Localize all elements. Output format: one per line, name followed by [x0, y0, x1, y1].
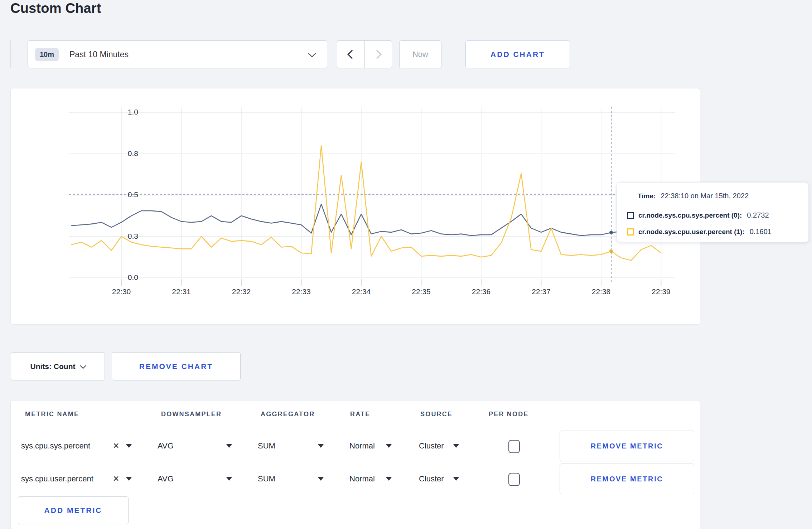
source-select[interactable]: Cluster	[419, 441, 444, 451]
chevron-down-icon	[80, 363, 86, 369]
x-axis-tick-label: 22:31	[156, 287, 207, 296]
metric-name-caret	[126, 477, 132, 481]
per-node-checkbox[interactable]	[508, 473, 520, 486]
x-axis-tick-label: 22:32	[216, 287, 266, 296]
add-chart-label: ADD CHART	[490, 50, 545, 59]
tooltip-series-label: cr.node.sys.cpu.user.percent (1):	[638, 228, 745, 236]
time-prev-button[interactable]	[337, 41, 364, 68]
x-axis-tick-label: 22:33	[276, 287, 327, 296]
dropdown-caret-icon	[126, 477, 132, 481]
column-header-metric-name: METRIC NAME	[25, 411, 79, 418]
dropdown-caret-icon	[453, 477, 459, 481]
source-caret	[453, 477, 459, 481]
series-swatch-icon	[627, 228, 634, 236]
y-axis-tick-label: 0.5	[95, 190, 138, 199]
add-metric-label: ADD METRIC	[44, 506, 102, 515]
dropdown-caret-icon	[453, 444, 459, 448]
clear-metric-icon[interactable]: ✕	[113, 474, 119, 484]
units-label: Units: Count	[30, 362, 76, 371]
tooltip-time: Time:22:38:10 on Mar 15th, 2022	[638, 192, 749, 200]
aggregator-select[interactable]: SUM	[258, 474, 275, 484]
source-select[interactable]: Cluster	[419, 474, 444, 484]
aggregator-caret	[318, 444, 324, 448]
chart-card: 1.00.80.50.30.0 22:3022:3122:3222:3322:3…	[10, 88, 700, 325]
x-axis-tick-label: 22:37	[516, 287, 566, 296]
remove-metric-button[interactable]: REMOVE METRIC	[560, 431, 694, 461]
x-axis-tick-label: 22:35	[396, 287, 446, 296]
metric-row: sys.cpu.user.percent ✕ AVG SUM Normal Cl…	[11, 462, 700, 495]
y-axis-tick-label: 0.8	[95, 149, 138, 158]
now-button[interactable]: Now	[399, 40, 441, 68]
time-nav-group	[337, 40, 392, 68]
remove-metric-label: REMOVE METRIC	[591, 442, 663, 450]
x-axis-tick-label: 22:39	[636, 287, 686, 296]
column-header-downsampler: DOWNSAMPLER	[161, 411, 222, 418]
series-swatch-icon	[627, 212, 634, 219]
clear-metric-icon[interactable]: ✕	[113, 441, 119, 451]
time-range-label: Past 10 Minutes	[69, 50, 129, 59]
column-header-per-node: PER NODE	[489, 411, 529, 418]
metrics-table: METRIC NAME DOWNSAMPLER AGGREGATOR RATE …	[10, 400, 700, 529]
chevron-right-icon	[373, 50, 382, 59]
rate-select[interactable]: Normal	[349, 441, 375, 451]
column-header-rate: RATE	[350, 411, 370, 418]
dropdown-caret-icon	[386, 477, 392, 481]
column-header-source: SOURCE	[420, 411, 453, 418]
dropdown-caret-icon	[226, 444, 232, 448]
downsampler-caret	[226, 477, 232, 481]
x-axis-tick-label: 22:36	[456, 287, 506, 296]
page-title: Custom Chart	[10, 1, 101, 16]
time-range-dropdown[interactable]: 10m Past 10 Minutes	[28, 40, 327, 68]
dropdown-caret-icon	[318, 477, 324, 481]
x-axis-tick-label: 22:38	[576, 287, 626, 296]
dropdown-caret-icon	[386, 444, 392, 448]
rate-caret	[386, 444, 392, 448]
remove-chart-label: REMOVE CHART	[139, 362, 213, 371]
aggregator-caret	[318, 477, 324, 481]
chevron-down-icon	[308, 50, 316, 57]
rate-caret	[386, 477, 392, 481]
chart-tooltip: Time:22:38:10 on Mar 15th, 2022 cr.node.…	[617, 182, 809, 242]
metric-row: sys.cpu.sys.percent ✕ AVG SUM Normal Clu…	[11, 429, 700, 462]
rate-select[interactable]: Normal	[349, 474, 375, 484]
dropdown-caret-icon	[126, 444, 132, 448]
column-header-aggregator: AGGREGATOR	[261, 411, 315, 418]
tooltip-time-label: Time:	[638, 192, 656, 200]
tooltip-series-label: cr.node.sys.cpu.sys.percent (0):	[638, 212, 742, 219]
downsampler-caret	[226, 444, 232, 448]
metric-name-caret	[126, 444, 132, 448]
units-dropdown[interactable]: Units: Count	[11, 352, 105, 380]
tooltip-series-row: cr.node.sys.cpu.user.percent (1): 0.1601	[627, 228, 772, 236]
per-node-checkbox[interactable]	[508, 440, 520, 453]
metric-name-value[interactable]: sys.cpu.sys.percent	[21, 441, 90, 451]
time-range-badge: 10m	[35, 48, 59, 61]
y-axis-tick-label: 0.3	[95, 232, 138, 241]
toolbar-left-divider	[10, 40, 11, 68]
metric-name-value[interactable]: sys.cpu.user.percent	[21, 474, 93, 484]
custom-chart-page: Custom Chart 10m Past 10 Minutes Now ADD…	[0, 0, 812, 529]
chevron-left-icon	[347, 50, 356, 59]
x-axis-tick-label: 22:30	[96, 287, 146, 296]
tooltip-series-value: 0.2732	[747, 211, 769, 219]
add-chart-button[interactable]: ADD CHART	[465, 40, 570, 68]
downsampler-select[interactable]: AVG	[158, 441, 174, 451]
y-axis-tick-label: 0.0	[95, 273, 138, 282]
remove-metric-label: REMOVE METRIC	[591, 475, 663, 483]
dropdown-caret-icon	[226, 477, 232, 481]
aggregator-select[interactable]: SUM	[258, 441, 275, 451]
tooltip-time-value: 22:38:10 on Mar 15th, 2022	[661, 192, 749, 200]
tooltip-series-value: 0.1601	[750, 228, 772, 236]
remove-metric-button[interactable]: REMOVE METRIC	[560, 464, 694, 494]
x-axis-tick-label: 22:34	[336, 287, 386, 296]
y-axis-tick-label: 1.0	[95, 108, 138, 116]
time-next-button[interactable]	[364, 41, 392, 68]
tooltip-series-row: cr.node.sys.cpu.sys.percent (0): 0.2732	[627, 211, 769, 219]
source-caret	[453, 444, 459, 448]
add-metric-button[interactable]: ADD METRIC	[18, 496, 129, 524]
remove-chart-button[interactable]: REMOVE CHART	[112, 352, 241, 380]
dropdown-caret-icon	[318, 444, 324, 448]
downsampler-select[interactable]: AVG	[158, 474, 174, 484]
